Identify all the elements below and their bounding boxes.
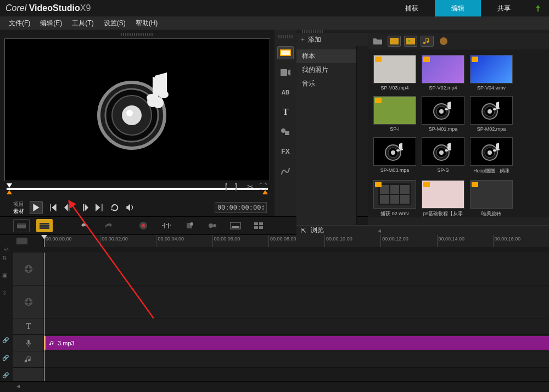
thumb-item[interactable]: SP-V02.mp4: [422, 55, 464, 91]
menu-bar: 文件(F) 编辑(E) 工具(T) 设置(S) 帮助(H): [0, 16, 549, 30]
seek-trim-start[interactable]: [7, 190, 12, 194]
multicam-button[interactable]: [250, 219, 267, 232]
cat-media-button[interactable]: [277, 46, 294, 59]
menu-tools[interactable]: 工具(T): [68, 19, 98, 28]
loop-button[interactable]: [110, 203, 120, 212]
track-link3-icon[interactable]: 🔗: [2, 355, 11, 363]
svg-point-71: [30, 301, 32, 303]
timeline-scrollbar[interactable]: ◂: [0, 381, 549, 390]
track-link2-icon[interactable]: 🔗: [2, 337, 11, 346]
filter-video-icon[interactable]: [388, 36, 401, 47]
cat-title-button[interactable]: T: [277, 105, 294, 119]
menu-settings[interactable]: 设置(S): [99, 19, 130, 28]
track-title-header[interactable]: T: [13, 318, 44, 335]
undo-button[interactable]: [77, 219, 93, 232]
track-music-header[interactable]: [13, 351, 44, 368]
upload-icon[interactable]: [527, 4, 549, 13]
thumb-item[interactable]: 唯美旋转: [470, 180, 513, 217]
thumb-item[interactable]: SP-M01.mpa: [422, 96, 464, 132]
toggle-tracks-icon[interactable]: +/-: [0, 247, 13, 253]
menu-edit[interactable]: 编辑(E): [36, 19, 66, 28]
music-track-lane[interactable]: [44, 351, 549, 368]
preview-viewport[interactable]: [4, 38, 270, 181]
timecode-display[interactable]: 00:00:00:00 ▲▼: [215, 202, 267, 213]
library-scrollbar[interactable]: [368, 217, 549, 225]
frame-forward-button[interactable]: [79, 203, 89, 212]
thumb-item[interactable]: SP-M02.mpa: [470, 96, 513, 132]
track-scroll-icon[interactable]: ⇳: [2, 290, 11, 299]
filter-photo-icon[interactable]: [404, 36, 417, 47]
lib-nav-left-icon[interactable]: ◂: [378, 227, 381, 234]
thumb-item[interactable]: ps基础教程【从零: [422, 180, 464, 217]
play-button[interactable]: [30, 201, 43, 214]
auto-music-button[interactable]: [181, 219, 198, 232]
svg-point-65: [30, 268, 32, 270]
thumb-item[interactable]: SP-I: [373, 96, 416, 132]
preview-mode-toggle[interactable]: 项目 素材: [8, 200, 24, 215]
ruler-mark: 00:00:06:00: [212, 235, 268, 247]
browse-label[interactable]: 浏览: [311, 226, 324, 235]
add-folder-label[interactable]: 添加: [308, 35, 321, 44]
cat-graphics-button[interactable]: [277, 125, 294, 138]
menu-file[interactable]: 文件(F): [4, 19, 35, 28]
preview-grip[interactable]: [121, 33, 154, 36]
trim-in-icon[interactable]: 【: [221, 182, 228, 192]
frame-back-button[interactable]: [64, 203, 74, 212]
tab-capture[interactable]: 捕获: [389, 0, 435, 16]
cat-filter-button[interactable]: FX: [277, 145, 294, 158]
track-layers-icon[interactable]: ▣: [2, 272, 11, 281]
filter-flash-icon[interactable]: [437, 36, 450, 47]
thumb-item[interactable]: Hoop圈圈 - 妈咪: [470, 137, 513, 175]
audio-clip[interactable]: 3.mp3: [44, 336, 549, 350]
tab-edit[interactable]: 编辑: [435, 0, 481, 16]
tab-share[interactable]: 共享: [481, 0, 527, 16]
cat-transition-button[interactable]: AB: [277, 86, 294, 99]
track-overlay-header[interactable]: [13, 285, 44, 318]
thumb-item[interactable]: SP-S: [422, 137, 464, 175]
redo-button[interactable]: [100, 219, 116, 232]
svg-point-40: [493, 149, 496, 152]
volume-button[interactable]: [125, 203, 135, 212]
track-link4-icon[interactable]: 🔗: [2, 372, 11, 381]
timeline-view-button[interactable]: [36, 219, 53, 232]
voice-track-lane[interactable]: 3.mp3: [44, 335, 549, 351]
subtitle-button[interactable]: [227, 219, 244, 232]
thumb-item[interactable]: SP-V03.mp4: [373, 55, 416, 91]
thumb-item[interactable]: 捕获 02.wmv: [373, 180, 416, 217]
svg-point-16: [440, 37, 447, 45]
scroll-left-icon[interactable]: ◂: [16, 382, 20, 390]
menu-help[interactable]: 帮助(H): [131, 19, 163, 28]
seek-playhead[interactable]: [7, 183, 12, 188]
add-folder-icon[interactable]: +: [301, 36, 305, 43]
tree-samples[interactable]: 样本: [296, 49, 356, 63]
thumb-item[interactable]: SP-V04.wmv: [470, 55, 513, 91]
go-end-button[interactable]: [94, 203, 104, 212]
tree-myphotos[interactable]: 我的照片: [296, 63, 356, 77]
go-start-button[interactable]: [48, 203, 58, 212]
thumb-label: SP-M02.mpa: [470, 126, 513, 132]
svg-point-19: [439, 109, 444, 114]
track-link-icon[interactable]: ⇅: [2, 255, 11, 264]
motion-track-button[interactable]: [204, 219, 221, 232]
cat-video-button[interactable]: [277, 66, 294, 79]
folder-icon[interactable]: [371, 36, 384, 47]
video-track-lane[interactable]: [44, 253, 549, 285]
track-voice-header[interactable]: [13, 335, 44, 351]
trim-out-icon[interactable]: 】: [234, 182, 242, 192]
split-icon[interactable]: ✂: [247, 182, 254, 192]
music-note-icon: [49, 340, 55, 346]
filter-audio-icon[interactable]: [421, 36, 434, 47]
tree-music[interactable]: 音乐: [296, 77, 356, 91]
cat-path-button[interactable]: [277, 165, 294, 178]
track-video-header[interactable]: [13, 253, 44, 285]
audio-mixer-button[interactable]: [158, 219, 175, 232]
thumb-item[interactable]: SP-M03.mpa: [373, 137, 416, 175]
storyboard-view-button[interactable]: [13, 219, 30, 232]
expand-icon[interactable]: ⛶: [259, 182, 267, 192]
title-track-lane[interactable]: [44, 318, 549, 335]
browse-icon[interactable]: ⇱: [301, 227, 306, 234]
overlay-track-lane[interactable]: [44, 285, 549, 318]
record-button[interactable]: [135, 219, 152, 232]
timeline-ruler[interactable]: 00:00:00:0000:00:02:0000:00:04:0000:00:0…: [44, 235, 549, 247]
thumb-image: [422, 137, 464, 166]
